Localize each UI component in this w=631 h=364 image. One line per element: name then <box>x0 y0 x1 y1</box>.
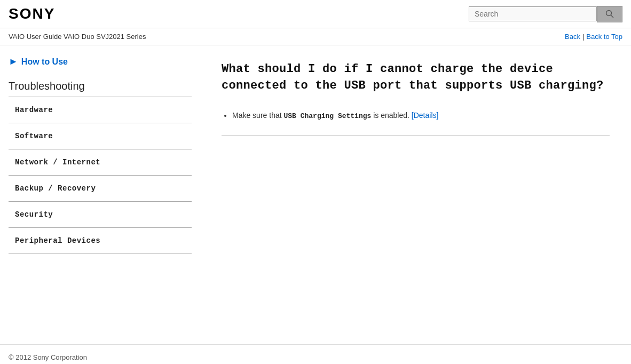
list-item: Peripheral Devices <box>9 228 192 254</box>
content-area: What should I do if I cannot charge the … <box>200 45 631 344</box>
sidebar-item-backup-recovery[interactable]: Backup / Recovery <box>9 176 192 201</box>
search-input[interactable] <box>469 6 597 21</box>
list-item: Hardware <box>9 97 192 123</box>
svg-line-1 <box>611 15 614 18</box>
breadcrumb-links: Back | Back to Top <box>565 33 622 41</box>
content-divider <box>222 135 610 136</box>
sidebar-item-software[interactable]: Software <box>9 123 192 149</box>
main-layout: ► How to Use Troubleshooting Hardware So… <box>0 45 631 344</box>
list-item: Network / Internet <box>9 149 192 176</box>
guide-title: VAIO User Guide VAIO Duo SVJ2021 Series <box>9 33 146 41</box>
list-item: Security <box>9 202 192 228</box>
list-item: Software <box>9 123 192 149</box>
sidebar-item-hardware[interactable]: Hardware <box>9 97 192 123</box>
troubleshooting-title: Troubleshooting <box>9 80 192 92</box>
how-to-use-link[interactable]: ► How to Use <box>9 56 192 67</box>
sidebar-item-peripheral-devices[interactable]: Peripheral Devices <box>9 228 192 254</box>
back-to-top-link[interactable]: Back to Top <box>586 33 622 41</box>
footer: © 2012 Sony Corporation <box>0 344 631 364</box>
usb-setting-code: USB Charging Settings <box>284 112 372 120</box>
search-icon <box>605 10 614 18</box>
copyright-text: © 2012 Sony Corporation <box>9 353 87 361</box>
article-body: Make sure that USB Charging Settings is … <box>222 109 610 136</box>
sidebar-item-security[interactable]: Security <box>9 202 192 227</box>
sidebar-item-network-internet[interactable]: Network / Internet <box>9 149 192 175</box>
breadcrumb-separator: | <box>582 33 584 41</box>
svg-point-0 <box>606 11 612 16</box>
bullet-text-after: is enabled. <box>373 111 409 120</box>
search-area <box>469 6 622 22</box>
header: SONY <box>0 0 631 28</box>
details-link[interactable]: [Details] <box>412 111 439 120</box>
bullet-text-before: Make sure that <box>232 111 282 120</box>
back-link[interactable]: Back <box>565 33 580 41</box>
breadcrumb-bar: VAIO User Guide VAIO Duo SVJ2021 Series … <box>0 28 631 45</box>
sidebar-nav: Hardware Software Network / Internet Bac… <box>9 97 192 254</box>
sidebar: ► How to Use Troubleshooting Hardware So… <box>0 45 200 344</box>
article-title: What should I do if I cannot charge the … <box>222 61 610 94</box>
sony-logo: SONY <box>9 5 55 22</box>
how-to-use-label: How to Use <box>21 57 68 67</box>
list-item: Backup / Recovery <box>9 176 192 202</box>
search-button[interactable] <box>597 6 622 22</box>
list-item: Make sure that USB Charging Settings is … <box>232 109 610 122</box>
how-to-use-arrow-icon: ► <box>9 56 18 67</box>
